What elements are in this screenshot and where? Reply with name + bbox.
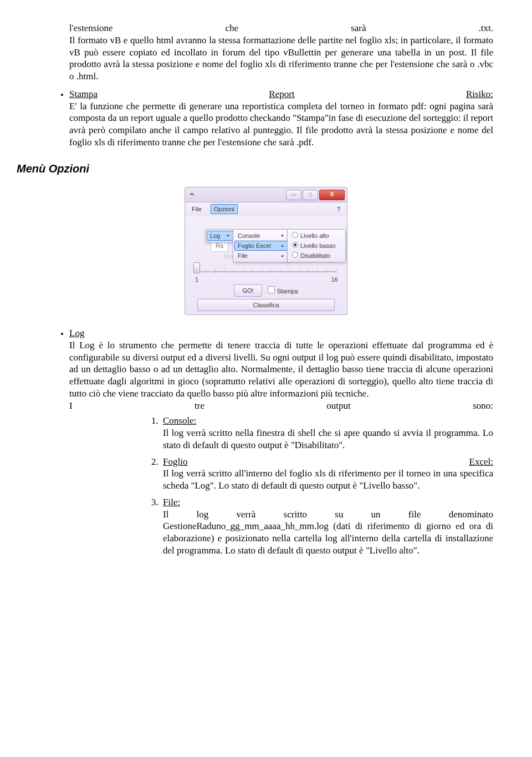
list-item-console: Console: Il log verrà scritto nella fine… bbox=[161, 415, 493, 451]
radio-disabilitato[interactable]: Disabilitato bbox=[289, 251, 344, 261]
slider-tick bbox=[308, 269, 309, 273]
item-body: GestioneRaduno_gg_mm_aaaa_hh_mm.log (dat… bbox=[163, 520, 493, 556]
list-item-foglio-excel: Foglio Excel: Il log verrà scritto all'i… bbox=[161, 456, 493, 492]
text: Report bbox=[269, 88, 294, 100]
radio-livello-basso[interactable]: Livello basso bbox=[289, 241, 344, 251]
slider-tick bbox=[252, 269, 253, 273]
text: scritto bbox=[284, 509, 308, 521]
text: tre bbox=[195, 400, 204, 412]
window-body: Ra Numero Turni Log ▸ Console ▸ Foglio E… bbox=[185, 216, 347, 315]
window-titlebar: ☕ — □ X bbox=[185, 187, 347, 202]
text: Stampa bbox=[69, 88, 98, 100]
radio-icon bbox=[292, 232, 298, 238]
item-body: Il log verrà scritto nella finestra di s… bbox=[163, 427, 493, 451]
slider-tick bbox=[280, 269, 280, 273]
bullet-stampa-report: Stampa Report Risiko: E' la funzione che… bbox=[69, 88, 493, 149]
go-button[interactable]: GO! bbox=[234, 284, 262, 297]
window-minimize-button[interactable]: — bbox=[286, 190, 301, 200]
text: Foglio bbox=[163, 456, 187, 468]
section-title-menu-opzioni: Menù Opzioni bbox=[17, 162, 493, 176]
text: File bbox=[238, 252, 248, 260]
paragraph-vb-html: Il formato vB e quello html avranno la s… bbox=[39, 34, 493, 83]
submenu-log-levels: Livello alto Livello basso Disabilitato bbox=[287, 229, 346, 262]
slider-tick bbox=[206, 269, 206, 273]
chevron-right-icon: ▸ bbox=[282, 243, 284, 250]
radio-icon bbox=[292, 252, 298, 258]
radio-livello-alto[interactable]: Livello alto bbox=[289, 231, 344, 241]
menu-file[interactable]: File bbox=[188, 204, 205, 214]
text: Livello basso bbox=[300, 242, 336, 249]
chevron-right-icon: ▸ bbox=[227, 232, 230, 239]
para-line-ext-txt: l'estensione che sarà .txt. bbox=[39, 22, 493, 34]
text: Disabilitato bbox=[300, 252, 330, 259]
slider-track bbox=[196, 271, 336, 272]
item-title: File: bbox=[163, 497, 180, 507]
bullet-log: Log Il Log è lo strumento che permette d… bbox=[69, 327, 493, 557]
slider-tick bbox=[270, 269, 271, 273]
slider-tick bbox=[215, 269, 216, 273]
classifica-button[interactable]: Classifica bbox=[197, 299, 335, 311]
text: Excel: bbox=[469, 456, 493, 468]
text: I bbox=[69, 400, 73, 412]
menubar: File Opzioni ? bbox=[185, 202, 347, 216]
slider-tick bbox=[243, 269, 243, 273]
text: Il bbox=[163, 509, 168, 521]
text: Risiko: bbox=[466, 88, 493, 100]
ordered-list-outputs: Console: Il log verrà scritto nella fine… bbox=[69, 415, 493, 556]
bullet-body: Il Log è lo strumento che permette di te… bbox=[69, 339, 493, 400]
slider-min: 1 bbox=[195, 276, 198, 283]
chevron-right-icon: ▸ bbox=[282, 232, 284, 239]
text: l'estensione bbox=[69, 22, 113, 34]
submenu-item-log[interactable]: Log ▸ bbox=[207, 231, 233, 241]
line-i-tre-output-sono: I tre output sono: bbox=[69, 400, 493, 412]
window-maximize-button[interactable]: □ bbox=[303, 190, 318, 200]
slider-tick bbox=[224, 269, 224, 273]
slider-tick bbox=[326, 269, 327, 273]
text: .txt. bbox=[479, 22, 493, 34]
text: Livello alto bbox=[300, 232, 329, 239]
text: Log bbox=[210, 232, 220, 240]
screenshot-menu-opzioni: ☕ — □ X File Opzioni ? Ra Numero Turni bbox=[185, 187, 347, 315]
text: un bbox=[371, 509, 381, 521]
slider-tick bbox=[289, 269, 290, 273]
bullet-title: Log bbox=[69, 327, 493, 339]
slider-thumb[interactable] bbox=[193, 262, 200, 273]
slider-tick bbox=[299, 269, 299, 273]
submenu-item-console[interactable]: Console ▸ bbox=[234, 231, 288, 241]
slider-numero-turni[interactable]: 1 16 bbox=[196, 267, 336, 278]
radio-icon bbox=[292, 242, 298, 248]
slider-tick bbox=[317, 269, 318, 273]
bullet-title: Stampa Report Risiko: bbox=[69, 88, 493, 100]
slider-max: 16 bbox=[331, 276, 338, 283]
item-title: Foglio Excel: bbox=[163, 456, 493, 468]
text: che bbox=[226, 22, 239, 34]
text: sarà bbox=[351, 22, 366, 34]
menu-opzioni[interactable]: Opzioni bbox=[211, 204, 238, 214]
text: file bbox=[408, 509, 421, 521]
java-icon: ☕ bbox=[188, 191, 196, 199]
slider-tick bbox=[233, 269, 234, 273]
checkbox-icon bbox=[268, 286, 275, 293]
submenu-item-foglio-excel[interactable]: Foglio Excel ▸ bbox=[234, 241, 288, 251]
submenu-opzioni: Log ▸ bbox=[205, 229, 235, 242]
menu-help[interactable]: ? bbox=[334, 204, 344, 214]
item-body: Il log verrà scritto all'interno del fog… bbox=[163, 468, 493, 492]
checkbox-stampa[interactable]: Stampa bbox=[268, 286, 298, 295]
text: verrà bbox=[237, 509, 256, 521]
text: sono: bbox=[473, 400, 493, 412]
text: log bbox=[197, 509, 209, 521]
text: denominato bbox=[449, 509, 493, 521]
slider-tick bbox=[336, 269, 336, 273]
list-item-file: File: Il log verrà scritto su un file de… bbox=[161, 496, 493, 557]
text: Stampa bbox=[277, 288, 298, 294]
chevron-right-icon: ▸ bbox=[282, 253, 284, 260]
slider-tick bbox=[262, 269, 262, 273]
slider-tick bbox=[196, 269, 197, 273]
bullet-body: E' la funzione che permette di generare … bbox=[69, 100, 493, 149]
text: Foglio Excel bbox=[238, 242, 271, 250]
text: output bbox=[326, 400, 350, 412]
submenu-item-file[interactable]: File ▸ bbox=[234, 251, 288, 261]
text: su bbox=[335, 509, 343, 521]
item-title: Console: bbox=[163, 415, 196, 426]
window-close-button[interactable]: X bbox=[319, 190, 345, 200]
